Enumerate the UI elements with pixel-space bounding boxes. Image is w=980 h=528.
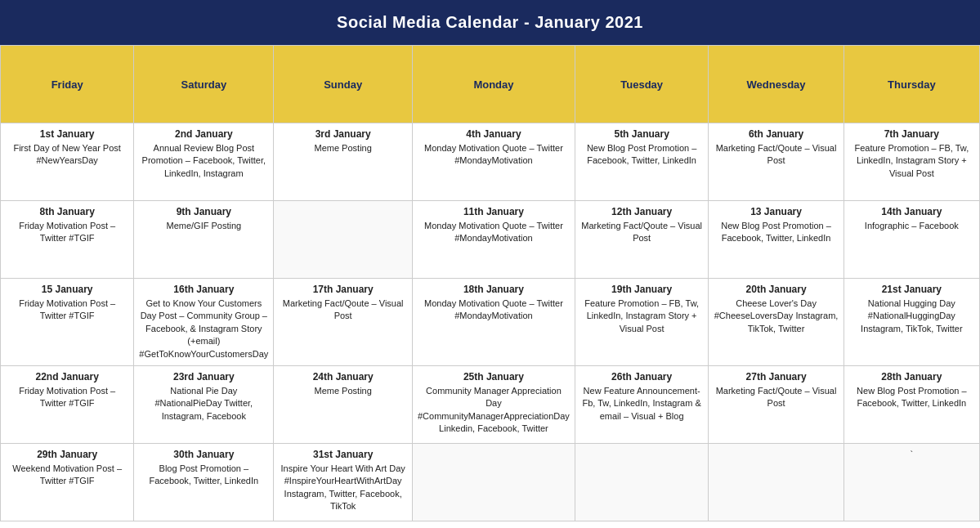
cell-date: 2nd January [139,128,268,140]
cell-content: Annual Review Blog Post Promotion – Face… [139,142,268,180]
cal-cell-w3-d1: 15 JanuaryFriday Motivation Post – Twitt… [1,279,134,366]
cal-cell-w2-d1: 8th JanuaryFriday Motivation Post – Twit… [1,201,134,279]
cal-cell-w5-d6 [709,443,844,521]
cal-cell-w2-d2: 9th JanuaryMeme/GIF Posting [134,201,274,279]
cell-content: Weekend Motivation Post – Twitter #TGIF [6,463,128,488]
cell-content: Feature Promotion – FB, Tw, LinkedIn, In… [849,142,974,180]
day-header-monday: Monday [413,46,575,123]
cell-date: 9th January [139,206,268,217]
cal-cell-w2-d5: 12th JanuaryMarketing Fact/Qoute – Visua… [575,201,709,279]
cal-cell-w1-d1: 1st JanuaryFirst Day of New Year Post #N… [1,123,134,201]
cell-date: 25th January [418,371,570,383]
cell-date: 11th January [418,206,570,217]
cell-content: Meme Posting [279,142,407,154]
cell-content: First Day of New Year Post #NewYearsDay [6,142,128,168]
day-header-wednesday: Wednesday [709,46,844,123]
cell-date: 19th January [580,284,704,295]
cell-content: Friday Motivation Post – Twitter #TGIF [6,385,128,410]
cell-date: 29th January [6,449,128,460]
cal-cell-w5-d3: 31st JanuaryInspire Your Heart With Art … [274,443,413,521]
cell-date: 14th January [849,206,974,217]
day-header-friday: Friday [1,46,134,123]
cell-content: Meme/GIF Posting [139,220,268,232]
cell-content: Marketing Fact/Qoute – Visual Post [279,298,407,323]
cell-date: 3rd January [279,128,407,140]
cell-content: New Blog Post Promotion – Facebook, Twit… [580,142,704,168]
cal-cell-w4-d3: 24th JanuaryMeme Posting [274,365,413,443]
day-header-tuesday: Tuesday [575,46,709,123]
cal-cell-w4-d7: 28th JanuaryNew Blog Post Promotion – Fa… [844,365,979,443]
cell-date: 15 January [6,284,128,295]
cell-date: 30th January [139,449,268,460]
cell-date: 6th January [714,128,838,140]
day-header-thursday: Thursday [844,46,979,123]
cell-content: Marketing Fact/Qoute – Visual Post [714,142,838,168]
cal-cell-w2-d6: 13 JanuaryNew Blog Post Promotion – Face… [709,201,844,279]
cell-content: ` [849,449,974,461]
cell-date: 31st January [279,449,407,460]
cell-date: 18th January [418,284,570,295]
cal-cell-w3-d3: 17th JanuaryMarketing Fact/Qoute – Visua… [274,279,413,366]
cell-date: 5th January [580,128,704,140]
cell-date: 24th January [279,371,407,383]
cell-content: Cheese Lover's Day #CheeseLoversDay Inst… [714,298,838,335]
cal-cell-w1-d2: 2nd JanuaryAnnual Review Blog Post Promo… [134,123,274,201]
cal-cell-w1-d6: 6th JanuaryMarketing Fact/Qoute – Visual… [709,123,844,201]
cell-content: New Blog Post Promotion – Facebook, Twit… [849,385,974,410]
cell-content: Monday Motivation Quote – Twitter #Monda… [418,298,570,323]
week-row-3: 15 JanuaryFriday Motivation Post – Twitt… [1,279,980,366]
cal-cell-w1-d4: 4th JanuaryMonday Motivation Quote – Twi… [413,123,575,201]
cell-date: 7th January [849,128,974,140]
cal-cell-w4-d1: 22nd JanuaryFriday Motivation Post – Twi… [1,365,134,443]
cal-cell-w3-d2: 16th JanuaryGet to Know Your Customers D… [134,279,274,366]
cell-date: 23rd January [139,371,268,383]
week-row-1: 1st JanuaryFirst Day of New Year Post #N… [1,123,980,201]
cal-cell-w4-d5: 26th JanuaryNew Feature Announcement- Fb… [575,365,709,443]
cal-cell-w1-d5: 5th JanuaryNew Blog Post Promotion – Fac… [575,123,709,201]
calendar-table: FridaySaturdaySundayMondayTuesdayWednesd… [0,45,980,521]
cell-date: 12th January [580,206,704,217]
cell-date: 1st January [6,128,128,140]
cal-cell-w4-d4: 25th JanuaryCommunity Manager Appreciati… [413,365,575,443]
day-header-sunday: Sunday [274,46,413,123]
cell-content: Get to Know Your Customers Day Post – Co… [139,298,268,360]
cell-content: Infographic – Facebook [849,220,974,232]
cell-date: 8th January [6,206,128,217]
day-header-saturday: Saturday [134,46,274,123]
cell-date: 13 January [714,206,838,217]
cell-date: 21st January [849,284,974,295]
week-row-5: 29th JanuaryWeekend Motivation Post – Tw… [1,443,980,521]
cal-cell-w1-d7: 7th JanuaryFeature Promotion – FB, Tw, L… [844,123,979,201]
cell-content: National Pie Day #NationalPieDay Twitter… [139,385,268,423]
cell-content: Community Manager Appreciation Day #Comm… [418,385,570,436]
cal-cell-w2-d7: 14th JanuaryInfographic – Facebook [844,201,979,279]
cell-content: Blog Post Promotion – Facebook, Twitter,… [139,463,268,488]
cell-date: 27th January [714,371,838,383]
week-row-4: 22nd JanuaryFriday Motivation Post – Twi… [1,365,980,443]
cal-cell-w1-d3: 3rd JanuaryMeme Posting [274,123,413,201]
page-header: Social Media Calendar - January 2021 [0,0,980,45]
cell-date: 4th January [418,128,570,140]
cell-date: 22nd January [6,371,128,383]
cell-content: Monday Motivation Quote – Twitter #Monda… [418,220,570,245]
cell-content: Marketing Fact/Qoute – Visual Post [580,220,704,245]
cell-content: Feature Promotion – FB, Tw, LinkedIn, In… [580,298,704,335]
cal-cell-w3-d6: 20th JanuaryCheese Lover's Day #CheeseLo… [709,279,844,366]
cal-cell-w4-d2: 23rd JanuaryNational Pie Day #NationalPi… [134,365,274,443]
cell-content: New Feature Announcement- Fb, Tw, Linked… [580,385,704,423]
cell-content: Friday Motivation Post – Twitter #TGIF [6,220,128,245]
cell-content: Inspire Your Heart With Art Day #Inspire… [279,463,407,513]
cell-content: Monday Motivation Quote – Twitter #Monda… [418,142,570,168]
page-title: Social Media Calendar - January 2021 [337,13,643,31]
cell-date: 17th January [279,284,407,295]
cal-cell-w5-d5 [575,443,709,521]
cal-cell-w3-d7: 21st JanuaryNational Hugging Day #Nation… [844,279,979,366]
cal-cell-w5-d1: 29th JanuaryWeekend Motivation Post – Tw… [1,443,134,521]
cal-cell-w3-d4: 18th JanuaryMonday Motivation Quote – Tw… [413,279,575,366]
cell-date: 20th January [714,284,838,295]
cal-cell-w3-d5: 19th JanuaryFeature Promotion – FB, Tw, … [575,279,709,366]
cell-content: Friday Motivation Post – Twitter #TGIF [6,298,128,323]
cal-cell-w2-d4: 11th JanuaryMonday Motivation Quote – Tw… [413,201,575,279]
cell-content: Meme Posting [279,385,407,397]
cal-cell-w5-d2: 30th JanuaryBlog Post Promotion – Facebo… [134,443,274,521]
